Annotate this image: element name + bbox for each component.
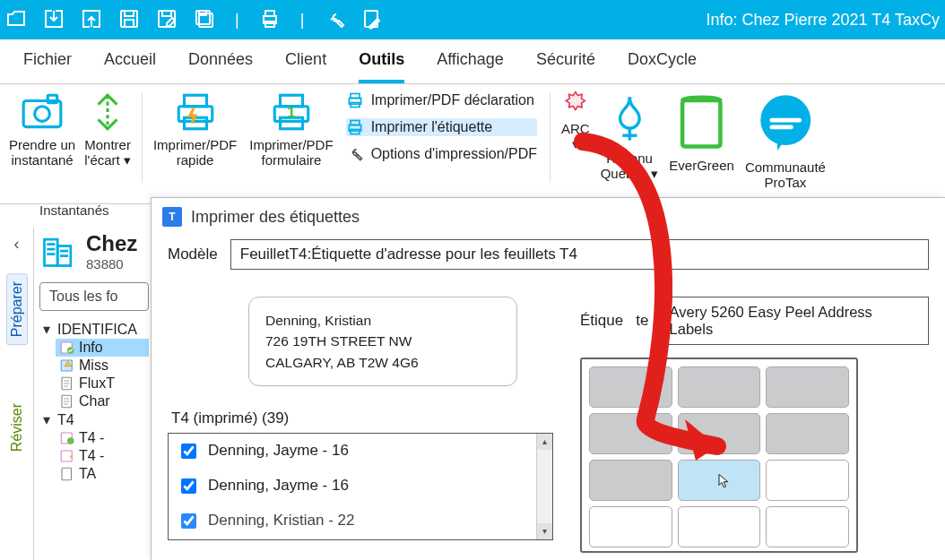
list-checkbox[interactable]: [181, 513, 196, 529]
print-return-button[interactable]: Imprimer/PDF déclaration: [346, 91, 537, 109]
addr-line3: CALGARY, AB T2W 4G6: [265, 352, 500, 373]
scrollbar[interactable]: ▴▾: [536, 434, 552, 539]
tree-miss[interactable]: Miss: [56, 357, 149, 375]
tree-t4-c[interactable]: TA: [56, 465, 149, 483]
addr-line1: Denning, Kristian: [265, 310, 500, 331]
show-variance-label: Montrer l'écart ▾: [84, 137, 131, 168]
menu-client[interactable]: Client: [285, 50, 326, 83]
label-slot[interactable]: [589, 460, 672, 501]
svg-rect-2: [125, 20, 134, 27]
tree-identification[interactable]: ▾IDENTIFICA: [39, 320, 149, 339]
svg-rect-44: [62, 468, 72, 480]
svg-rect-28: [682, 100, 720, 146]
dialog-titlebar: T Imprimer des étiquettes: [152, 198, 945, 236]
label-slot[interactable]: [589, 366, 672, 408]
ribbon-print-group: Imprimer/PDF rapide 1 Imprimer/PDF formu…: [148, 90, 339, 190]
list-item[interactable]: Denning, Jayme - 16: [169, 434, 552, 469]
menu-accueil[interactable]: Accueil: [104, 50, 156, 83]
label-stock-row: Étique te Avery 5260 Easy Peel Address L…: [580, 297, 929, 345]
export-icon[interactable]: [81, 8, 102, 32]
snapshot-label: Prendre un instantané: [9, 137, 75, 168]
print-options-button[interactable]: Options d'impression/PDF: [346, 145, 537, 163]
ribbon-snapshot-group: Prendre un instantané Montrer l'écart ▾: [4, 90, 136, 190]
model-select[interactable]: FeuilletT4:Étiquette d'adresse pour les …: [230, 239, 929, 270]
label-slot[interactable]: [589, 413, 672, 454]
tree-char[interactable]: Char: [56, 392, 149, 410]
list-item-label: Denning, Jayme - 16: [208, 442, 349, 460]
menu-donnees[interactable]: Données: [188, 50, 253, 83]
label-slot[interactable]: [766, 366, 849, 408]
label-slot[interactable]: [766, 460, 849, 501]
import-icon[interactable]: [43, 8, 65, 32]
window-title: Info: Chez Pierre 2021 T4 TaxCy: [707, 11, 940, 30]
ribbon-rq-button[interactable]: Revenu Québec ▾: [595, 90, 664, 190]
menu-doxcycle[interactable]: DoxCycle: [628, 50, 697, 83]
label-sheet-preview[interactable]: [580, 358, 858, 553]
forms-search-input[interactable]: Tous les fo: [39, 282, 149, 311]
label-stock-select[interactable]: Avery 5260 Easy Peel Address Labels: [660, 297, 929, 345]
print-return-label: Imprimer/PDF déclaration: [371, 92, 534, 108]
save-all-icon[interactable]: [194, 8, 215, 32]
menu-outils[interactable]: Outils: [359, 50, 404, 83]
dialog-title: Imprimer des étiquettes: [191, 208, 360, 227]
list-item[interactable]: Denning, Jayme - 16: [169, 469, 552, 504]
label-slot[interactable]: [766, 413, 849, 454]
ribbon-community-button[interactable]: Communauté ProTax: [740, 90, 831, 190]
list-item[interactable]: Denning, Kristian - 22: [169, 504, 552, 538]
list-caption: T4 (imprimé) (39): [171, 409, 553, 427]
label-slot[interactable]: [678, 506, 761, 547]
svg-rect-9: [265, 11, 274, 16]
snapshot-button[interactable]: Prendre un instantané: [9, 90, 75, 168]
menu-affichage[interactable]: Affichage: [437, 50, 504, 83]
edit-icon[interactable]: [361, 8, 383, 32]
svg-rect-23: [351, 94, 360, 99]
recipients-list[interactable]: Denning, Jayme - 16 Denning, Jayme - 16 …: [168, 433, 553, 540]
ribbon-separator: [550, 93, 551, 183]
tree-info[interactable]: Info: [56, 339, 149, 357]
label-slot[interactable]: [678, 413, 761, 454]
svg-rect-26: [351, 121, 360, 125]
label-slot[interactable]: [678, 366, 761, 408]
print-quick-button[interactable]: Imprimer/PDF rapide: [153, 90, 237, 168]
tree-t4-a[interactable]: T4 -: [56, 429, 149, 447]
ribbon-community-label: Communauté ProTax: [745, 159, 826, 191]
save-icon[interactable]: [118, 8, 140, 32]
open-icon[interactable]: [5, 8, 27, 32]
list-item-label: Denning, Jayme - 16: [208, 477, 349, 495]
list-checkbox[interactable]: [181, 478, 196, 494]
tree-t4[interactable]: ▾T4: [39, 410, 149, 429]
menu-fichier[interactable]: Fichier: [23, 50, 72, 83]
ribbon-rq-label: Revenu Québec ▾: [601, 151, 659, 182]
wrench-icon[interactable]: [324, 8, 345, 32]
show-variance-button[interactable]: Montrer l'écart ▾: [84, 90, 131, 168]
model-label: Modèle: [168, 246, 218, 263]
ribbon-evergreen-button[interactable]: EverGreen: [663, 90, 740, 190]
cursor-icon: [716, 473, 733, 492]
ribbon: Prendre un instantané Montrer l'écart ▾ …: [0, 84, 945, 204]
titlebar: | | Info: Chez Pierre 2021 T4 TaxCy: [0, 0, 945, 39]
tab-reviser[interactable]: Réviser: [7, 400, 27, 455]
ribbon-arc-button[interactable]: ARC ▾: [556, 90, 595, 190]
tab-preparer[interactable]: Préparer: [6, 273, 28, 345]
print-form-button[interactable]: 1 Imprimer/PDF formulaire: [249, 90, 333, 168]
svg-rect-16: [184, 95, 206, 107]
tree-flux[interactable]: FluxT: [56, 375, 149, 392]
menu-securite[interactable]: Sécurité: [536, 50, 595, 83]
list-checkbox[interactable]: [181, 444, 196, 459]
save-as-icon[interactable]: [156, 8, 178, 32]
print-icon[interactable]: [259, 8, 281, 32]
print-label-button[interactable]: Imprimer l'étiquette: [346, 118, 537, 136]
label-slot[interactable]: [766, 506, 849, 547]
collapse-chevron-icon[interactable]: ‹: [14, 235, 20, 254]
dialog-app-icon: T: [162, 207, 182, 227]
ribbon-evergreen-label: EverGreen: [669, 158, 734, 173]
ribbon-tools-column: Imprimer/PDF déclaration Imprimer l'étiq…: [339, 90, 544, 165]
side-panel: Chez 83880 Tous les fo ▾IDENTIFICA Info …: [34, 228, 151, 560]
print-labels-dialog: T Imprimer des étiquettes Modèle Feuille…: [151, 197, 945, 560]
tree-t4-b[interactable]: * T4 -: [56, 447, 149, 465]
label-slot-start[interactable]: [678, 460, 761, 501]
address-preview: Denning, Kristian 726 19TH STREET NW CAL…: [248, 297, 517, 386]
label-slot[interactable]: [589, 506, 672, 547]
separator: |: [231, 11, 243, 30]
svg-text:1: 1: [287, 104, 295, 121]
